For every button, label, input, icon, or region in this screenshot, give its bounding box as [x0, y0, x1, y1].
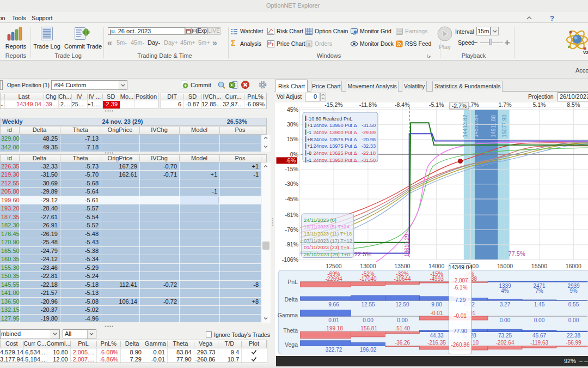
svg-text:01/11/2023 (23) T+6: 01/11/2023 (23) T+6	[304, 245, 350, 250]
svg-text:-15.2%: -15.2%	[324, 102, 342, 108]
svg-text:19/11/2023 (5) T+24: 19/11/2023 (5) T+24	[304, 224, 350, 230]
svg-text:-76%: -76%	[285, 226, 298, 233]
svg-text:07/11/2023 (17) T+12: 07/11/2023 (17) T+12	[304, 238, 352, 244]
svg-text:24/11/2023 (0): 24/11/2023 (0)	[304, 218, 336, 223]
svg-text:0.00: 0.00	[500, 317, 511, 323]
svg-text:3.27: 3.27	[500, 301, 511, 307]
svg-text:-119.63: -119.63	[530, 340, 549, 346]
svg-text:0.01: 0.01	[328, 317, 339, 323]
svg-text:14579.84: 14579.84	[473, 114, 479, 137]
svg-text:-202.64: -202.64	[496, 340, 514, 346]
svg-text:-91%: -91%	[285, 241, 298, 248]
svg-text:0.00: 0.00	[397, 317, 408, 323]
svg-text:9.80: 9.80	[431, 301, 442, 307]
svg-text:-260.86: -260.86	[451, 342, 470, 348]
svg-text:-56.99: -56.99	[566, 340, 581, 346]
svg-text:-2.7%: -2.7%	[452, 102, 467, 109]
svg-text:7%: 7%	[535, 288, 543, 294]
svg-text:322.72: 322.72	[326, 347, 342, 353]
svg-text:15000: 15000	[497, 263, 513, 269]
svg-text:-199.18: -199.18	[324, 325, 343, 331]
svg-text:-1: -1	[307, 130, 311, 135]
svg-text:9%: 9%	[569, 288, 578, 294]
svg-text:1.45: 1.45	[534, 301, 545, 307]
svg-text:-11.8%: -11.8%	[359, 102, 377, 108]
svg-text:24nov. 13575 Put Δ: 24nov. 13575 Put Δ	[314, 137, 357, 142]
svg-text:-0.01: -0.01	[431, 310, 443, 316]
svg-text:-51.40: -51.40	[395, 325, 411, 331]
svg-text:24nov. 13950 Put Δ: 24nov. 13950 Put Δ	[314, 158, 357, 163]
svg-text:13/11/2023 (11) T+18: 13/11/2023 (11) T+18	[304, 231, 352, 237]
svg-text:-1: -1	[307, 158, 311, 163]
svg-text:24nov. 13975 Put Δ: 24nov. 13975 Put Δ	[314, 143, 357, 149]
svg-text:-32.33: -32.33	[362, 143, 376, 149]
svg-text:$: $	[308, 42, 310, 47]
svg-text:-22.18: -22.18	[362, 150, 376, 156]
svg-text:Delta: Delta	[284, 296, 298, 303]
svg-text:-0.01: -0.01	[454, 313, 467, 319]
svg-text:26/10/2023 (29) T+0: 26/10/2023 (29) T+0	[304, 252, 350, 257]
svg-text:-10644: -10644	[394, 276, 411, 282]
svg-text:24nov. 13950 Put Δ: 24nov. 13950 Put Δ	[314, 123, 357, 128]
svg-text:-29.89: -29.89	[362, 130, 376, 135]
svg-text:15500: 15500	[531, 263, 547, 269]
svg-text:13500: 13500	[394, 263, 410, 269]
svg-text:196.02: 196.02	[360, 347, 377, 353]
svg-text:44.33: 44.33	[430, 333, 443, 339]
svg-text:-8: -8	[307, 150, 311, 156]
svg-text:13610.29: 13610.29	[404, 234, 410, 257]
svg-text:-45%: -45%	[285, 196, 298, 202]
svg-text:-36.26: -36.26	[395, 340, 411, 346]
svg-text:14413.82: 14413.82	[462, 114, 468, 137]
svg-text:-4993: -4993	[430, 276, 444, 282]
svg-text:77.5%: 77.5%	[509, 250, 525, 257]
svg-text:24nov. 13900 Put Δ: 24nov. 13900 Put Δ	[314, 130, 357, 135]
svg-text:45%: 45%	[287, 106, 298, 113]
svg-text:22.38: 22.38	[567, 333, 580, 339]
svg-text:12.55: 12.55	[361, 301, 375, 307]
svg-text:14000: 14000	[428, 263, 444, 269]
svg-text:24nov. 13625 Put Δ: 24nov. 13625 Put Δ	[314, 150, 357, 156]
svg-text:V2: V2	[583, 50, 588, 55]
svg-text:73.25: 73.25	[498, 333, 512, 339]
svg-text:-22694: -22694	[325, 276, 342, 282]
svg-text:-30%: -30%	[285, 180, 298, 187]
svg-text:+8: +8	[307, 137, 313, 142]
svg-text:1.7%: 1.7%	[499, 102, 512, 108]
svg-text:-15%: -15%	[285, 166, 298, 172]
svg-text:-20.96: -20.96	[362, 137, 376, 142]
svg-text:5.1%: 5.1%	[532, 102, 546, 108]
svg-text:-17040: -17040	[359, 276, 377, 282]
svg-text:13000: 13000	[360, 263, 376, 269]
svg-text:9.66: 9.66	[328, 301, 339, 307]
svg-text:12500: 12500	[326, 263, 341, 269]
svg-text:15077.90: 15077.90	[501, 114, 507, 137]
svg-text:0.00: 0.00	[568, 317, 579, 323]
svg-text:-216.35: -216.35	[427, 340, 446, 346]
svg-text:12.50: 12.50	[395, 301, 409, 307]
svg-text:7.29: 7.29	[455, 297, 466, 303]
svg-text:0.00: 0.00	[363, 317, 373, 323]
svg-text:0.55: 0.55	[568, 301, 579, 307]
svg-text:+1: +1	[307, 123, 313, 128]
svg-text:-156.81: -156.81	[359, 325, 377, 331]
svg-text:8.5%: 8.5%	[567, 102, 580, 108]
svg-text:16000: 16000	[566, 263, 581, 269]
svg-text:14349.04: 14349.04	[449, 264, 473, 270]
svg-text:15%: 15%	[287, 136, 298, 142]
svg-text:22.5%: 22.5%	[354, 251, 371, 257]
svg-text:-31.50: -31.50	[362, 158, 376, 163]
svg-text:77.90: 77.90	[454, 328, 467, 334]
svg-text:-6%: -6%	[285, 157, 296, 164]
svg-text:45.67: 45.67	[532, 333, 546, 339]
svg-text:+1: +1	[307, 143, 313, 149]
svg-text:Vega: Vega	[285, 341, 298, 348]
svg-text:-106%: -106%	[282, 256, 298, 263]
svg-text:4%: 4%	[501, 288, 509, 294]
svg-text:-8.4%: -8.4%	[395, 102, 409, 108]
svg-text:-61%: -61%	[285, 212, 298, 218]
svg-text:PnL: PnL	[287, 279, 298, 285]
svg-text:-5.1%: -5.1%	[429, 102, 444, 108]
svg-text:14911.88: 14911.88	[491, 115, 497, 137]
svg-text:Gamma: Gamma	[278, 312, 298, 318]
